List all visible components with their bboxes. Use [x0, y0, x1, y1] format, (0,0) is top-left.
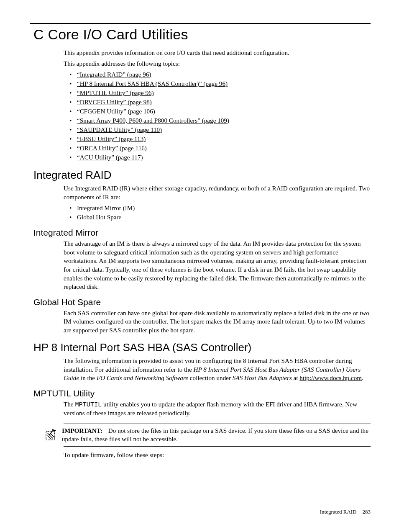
important-body: Do not store the files in this package o… — [62, 427, 368, 443]
toc-item: “CFGGEN Utility” (page 106) — [77, 107, 371, 116]
toc-item: “Smart Array P400, P600 and P800 Control… — [77, 116, 371, 125]
top-rule — [30, 23, 371, 24]
footer-section: Integrated RAID — [320, 509, 357, 515]
toc-link-saupdate[interactable]: “SAUPDATE Utility” (page 110) — [77, 126, 162, 133]
heading-global-hot-spare: Global Hot Spare — [30, 297, 371, 307]
list-item: Global Hot Spare — [77, 213, 371, 222]
toc-item: “ORCA Utility” (page 116) — [77, 144, 371, 153]
toc-link-ebsu[interactable]: “EBSU Utility” (page 113) — [77, 135, 146, 142]
intro-p2: This appendix addresses the following to… — [64, 59, 371, 68]
toc-item: “Integrated RAID” (page 96) — [77, 70, 371, 79]
mptutil-p2: To update firmware, follow these steps: — [64, 451, 371, 460]
toc-link-cfggen[interactable]: “CFGGEN Utility” (page 106) — [77, 108, 155, 115]
italic-text: SAS Host Bus Adapters — [233, 374, 292, 381]
mptutil-p1: The MPTUTIL utility enables you to updat… — [64, 400, 371, 418]
text: The — [64, 401, 75, 408]
toc-item: “EBSU Utility” (page 113) — [77, 134, 371, 144]
toc-link-integrated-raid[interactable]: “Integrated RAID” (page 96) — [77, 71, 151, 78]
intro-p1: This appendix provides information on co… — [64, 49, 371, 57]
docs-link[interactable]: http://www.docs.hp.com — [299, 374, 362, 381]
text: collection under — [188, 374, 233, 381]
text: . — [362, 374, 363, 381]
text: in the — [79, 374, 97, 381]
note-icon — [43, 427, 58, 443]
heading-integrated-mirror: Integrated Mirror — [30, 228, 371, 238]
text: utility enables you to update the adapte… — [64, 401, 357, 417]
page-footer: Integrated RAID283 — [320, 509, 371, 515]
toc-item: “DRVCFG Utility” (page 98) — [77, 98, 371, 107]
integrated-raid-items: Integrated Mirror (IM) Global Hot Spare — [64, 203, 371, 222]
heading-hp8: HP 8 Internal Port SAS HBA (SAS Controll… — [30, 341, 371, 354]
important-text: IMPORTANT:Do not store the files in this… — [62, 427, 371, 444]
page-title: C Core I/O Card Utilities — [30, 26, 371, 43]
list-item: Integrated Mirror (IM) — [77, 203, 371, 213]
toc-item: “HP 8 Internal Port SAS HBA (SAS Control… — [77, 79, 371, 88]
toc-item: “SAUPDATE Utility” (page 110) — [77, 125, 371, 134]
toc-link-drvcfg[interactable]: “DRVCFG Utility” (page 98) — [77, 98, 152, 105]
integrated-mirror-p1: The advantage of an IM is there is alway… — [64, 239, 371, 291]
toc-link-mptutil[interactable]: “MPTUTIL Utility” (page 96) — [77, 89, 154, 96]
rule — [64, 446, 371, 447]
toc-list: “Integrated RAID” (page 96) “HP 8 Intern… — [64, 70, 371, 162]
hp8-p1: The following information is provided to… — [64, 357, 371, 383]
mono-text: MPTUTIL — [75, 401, 102, 409]
toc-item: “MPTUTIL Utility” (page 96) — [77, 88, 371, 98]
important-label: IMPORTANT: — [62, 427, 102, 434]
toc-link-smart-array[interactable]: “Smart Array P400, P600 and P800 Control… — [77, 117, 229, 124]
footer-page: 283 — [363, 509, 371, 515]
text: at — [292, 374, 300, 381]
integrated-raid-p1: Use Integrated RAID (IR) where either st… — [64, 184, 371, 201]
heading-mptutil: MPTUTIL Utility — [30, 388, 371, 398]
toc-link-acu[interactable]: “ACU Utility” (page 117) — [77, 154, 143, 161]
toc-link-orca[interactable]: “ORCA Utility” (page 116) — [77, 144, 147, 152]
global-hot-spare-p1: Each SAS controller can have one global … — [64, 309, 371, 335]
heading-integrated-raid: Integrated RAID — [30, 169, 371, 182]
toc-item: “ACU Utility” (page 117) — [77, 153, 371, 162]
italic-text: I/O Cards and Networking Software — [97, 374, 188, 381]
toc-link-hp8[interactable]: “HP 8 Internal Port SAS HBA (SAS Control… — [77, 80, 228, 87]
